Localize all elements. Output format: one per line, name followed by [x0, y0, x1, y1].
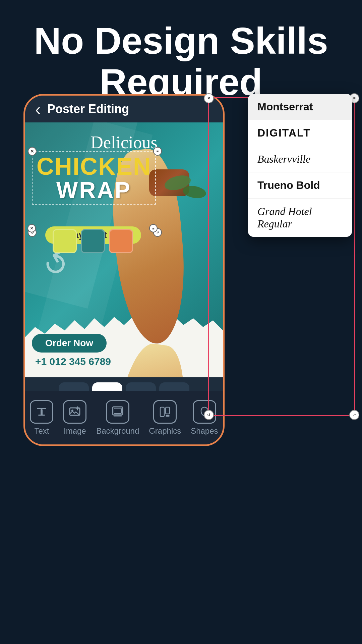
text-label: Text — [34, 426, 49, 436]
phone-topbar: ‹ Poster Editing — [25, 96, 223, 122]
graphics-label: Graphics — [149, 426, 181, 436]
shapes-icon — [193, 400, 216, 424]
toolbar-shapes[interactable]: Shapes — [191, 400, 218, 436]
font-option-baskerville[interactable]: Baskervville — [248, 146, 352, 172]
phone-screen-title: Poster Editing — [47, 102, 129, 116]
font-option-grandhotel[interactable]: Grand Hotel Regular — [248, 199, 352, 237]
handle-menu-tr[interactable]: ≡ — [153, 147, 162, 156]
background-label: Background — [96, 426, 139, 436]
orange-swatch[interactable] — [109, 229, 133, 253]
deal-handle-x[interactable]: ✕ — [27, 224, 36, 232]
svg-rect-10 — [166, 407, 170, 414]
phone-number: +1 012 345 6789 — [35, 356, 111, 367]
color-swatches — [53, 229, 133, 253]
lettuce-2 — [182, 184, 207, 200]
text-icon — [30, 400, 53, 424]
svg-rect-1 — [41, 409, 43, 415]
font-option-digitalt[interactable]: DIGITALT — [248, 120, 352, 146]
font-dropdown[interactable]: Montserrat DIGITALT Baskervville Trueno … — [248, 94, 352, 237]
svg-rect-9 — [160, 407, 164, 417]
phone-frame: ‹ Poster Editing Delicious ✕ ≡ ↺ ↗ CHICK… — [23, 94, 225, 446]
shapes-label: Shapes — [191, 426, 218, 436]
svg-rect-8 — [114, 408, 121, 414]
toolbar-background[interactable]: Background — [96, 400, 139, 436]
img-handle-br[interactable]: ↗ — [349, 410, 359, 420]
background-icon — [106, 400, 129, 424]
toolbar-text[interactable]: Text — [30, 400, 53, 436]
toolbar-image[interactable]: Image — [63, 400, 86, 436]
svg-rect-11 — [166, 415, 170, 417]
text-selection-box[interactable]: ✕ ≡ ↺ ↗ CHICKEN WRAP — [32, 151, 156, 205]
image-icon — [63, 400, 86, 424]
graphics-icon — [153, 400, 177, 424]
teal-swatch[interactable] — [81, 229, 105, 253]
yellow-swatch[interactable] — [53, 229, 77, 253]
image-label: Image — [64, 426, 86, 436]
wrap-text: WRAP — [35, 178, 153, 201]
toolbar-graphics[interactable]: Graphics — [149, 400, 181, 436]
order-section: Order Now +1 012 345 6789 — [32, 334, 111, 367]
chicken-text: CHICKEN — [35, 154, 153, 178]
handle-close[interactable]: ✕ — [28, 147, 37, 156]
svg-rect-0 — [37, 408, 46, 409]
svg-rect-2 — [38, 415, 45, 416]
wrap-item-2 — [103, 340, 192, 377]
hero-title: No Design Skills Required — [0, 20, 362, 103]
font-option-trueno[interactable]: Trueno Bold — [248, 172, 352, 199]
back-button[interactable]: ‹ — [35, 100, 41, 118]
font-option-montserrat[interactable]: Montserrat — [248, 94, 352, 120]
order-now-button[interactable]: Order Now — [32, 334, 107, 353]
deal-handle-menu[interactable]: ≡ — [149, 224, 158, 232]
bottom-toolbar: Text Image Backg — [25, 391, 223, 444]
